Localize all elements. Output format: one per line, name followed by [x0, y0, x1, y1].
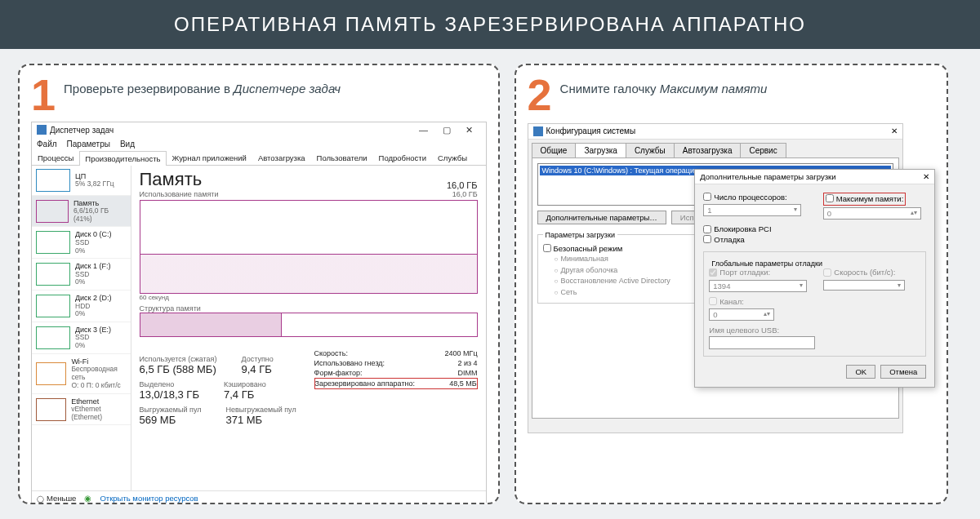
- adv-dialog-close-button[interactable]: ✕: [923, 172, 929, 181]
- msconfig-tabs: Общие Загрузка Службы Автозагрузка Серви…: [528, 140, 902, 157]
- committed-label: Выделено: [140, 380, 199, 388]
- form-label: Форм-фактор:: [314, 369, 363, 377]
- tab-services[interactable]: Службы: [432, 150, 473, 165]
- safe-minimal[interactable]: Минимальная: [555, 254, 670, 265]
- step-1-text-pre: Проверьте резервирование в: [64, 82, 234, 95]
- msc-tab-boot[interactable]: Загрузка: [575, 143, 626, 157]
- paged-label: Выгружаемый пул: [140, 406, 202, 414]
- baudrate-combo[interactable]: ▾: [823, 280, 905, 291]
- form-value: DIMM: [458, 369, 478, 377]
- disk3-mini-chart: [36, 326, 70, 349]
- chevron-down-icon: ▾: [794, 206, 797, 215]
- usb-target-label: Имя целевого USB:: [709, 326, 920, 335]
- ok-button[interactable]: OK: [846, 365, 875, 379]
- sidebar-disk2[interactable]: Диск 2 (D:)HDD0%: [32, 291, 131, 322]
- boot-params-legend: Параметры загрузки: [543, 231, 617, 239]
- tab-users[interactable]: Пользователи: [311, 150, 373, 165]
- adv-dialog-title: Дополнительные параметры загрузки: [700, 172, 835, 181]
- safeboot-checkbox[interactable]: Безопасный режим: [543, 244, 623, 253]
- inuse-value: 6,5 ГБ (588 МБ): [140, 363, 217, 375]
- disk3-pct: 0%: [75, 342, 111, 350]
- disk1-mini-chart: [36, 263, 70, 286]
- reserved-label: Зарезервировано аппаратно:: [315, 379, 415, 388]
- taskmgr-icon: [37, 125, 47, 135]
- maxmem-spinner[interactable]: 0▴▾: [823, 207, 921, 220]
- tab-processes[interactable]: Процессы: [32, 150, 79, 165]
- nonpaged-value: 371 МБ: [225, 414, 296, 426]
- disk1-pct: 0%: [75, 278, 111, 286]
- safe-altshell[interactable]: Другая оболочка: [555, 265, 670, 277]
- tab-performance[interactable]: Производительность: [79, 151, 166, 166]
- msc-tab-services[interactable]: Службы: [626, 143, 675, 157]
- spinner-icon: ▴▾: [764, 310, 770, 319]
- maxmem-checkbox[interactable]: Максимум памяти:: [826, 194, 903, 203]
- memory-heading: Память: [140, 169, 203, 190]
- sidebar-disk3[interactable]: Диск 3 (E:)SSD0%: [32, 322, 131, 354]
- cancel-button[interactable]: Отмена: [880, 365, 926, 379]
- taskmgr-titlebar: Диспетчер задач — ▢ ✕: [32, 122, 486, 138]
- disk2-pct: 0%: [75, 310, 112, 318]
- taskmgr-footer: Меньше ◉ Открыть монитор ресурсов: [32, 490, 486, 504]
- menu-options[interactable]: Параметры: [67, 140, 110, 149]
- sidebar-wifi[interactable]: Wi-FiБеспроводная сетьО: 0 П: 0 кбит/с: [32, 354, 131, 394]
- msc-tab-startup[interactable]: Автозагрузка: [674, 143, 742, 157]
- pcilock-checkbox[interactable]: Блокировка PCI: [703, 224, 771, 233]
- menu-view[interactable]: Вид: [120, 140, 135, 149]
- msconfig-title: Конфигурация системы: [546, 126, 636, 135]
- sidebar-memory[interactable]: Память6,6/16,0 ГБ (41%): [32, 196, 131, 228]
- memory-composition-label: Структура памяти: [140, 304, 478, 313]
- safe-network[interactable]: Сеть: [555, 287, 670, 299]
- committed-value: 13,0/18,3 ГБ: [140, 388, 199, 401]
- maximize-button[interactable]: ▢: [435, 125, 458, 135]
- channel-spinner[interactable]: 0▴▾: [709, 308, 774, 321]
- debug-checkbox[interactable]: Отладка: [703, 235, 745, 244]
- step-1-number: 1: [31, 75, 56, 115]
- debugport-checkbox[interactable]: Порт отладки:: [709, 268, 770, 277]
- sidebar-ethernet[interactable]: EthernetvEthernet (Ethernet): [32, 394, 131, 426]
- step-2-number: 2: [528, 75, 552, 115]
- debugport-combo[interactable]: 1394▾: [709, 280, 807, 292]
- avail-label: Доступно: [242, 355, 274, 363]
- minimize-button[interactable]: —: [412, 125, 435, 135]
- sidebar-disk0[interactable]: Диск 0 (C:)SSD0%: [32, 227, 131, 259]
- msc-tab-tools[interactable]: Сервис: [740, 143, 786, 157]
- msconfig-titlebar: Конфигурация системы ✕: [528, 124, 902, 140]
- taskmgr-title: Диспетчер задач: [50, 126, 114, 135]
- slots-label: Использовано гнезд:: [314, 359, 385, 367]
- fewer-details-button[interactable]: Меньше: [37, 494, 76, 503]
- channel-checkbox[interactable]: Канал:: [709, 297, 744, 306]
- adv-dialog-titlebar: Дополнительные параметры загрузки ✕: [695, 170, 934, 184]
- open-resource-monitor-link[interactable]: Открыть монитор ресурсов: [100, 494, 198, 503]
- msconfig-close-button[interactable]: ✕: [891, 126, 898, 135]
- eth-sub: vEthernet (Ethernet): [71, 406, 126, 422]
- advanced-options-button[interactable]: Дополнительные параметры…: [537, 211, 666, 224]
- numproc-checkbox[interactable]: Число процессоров:: [703, 193, 786, 202]
- usb-target-input[interactable]: [709, 336, 815, 349]
- inuse-label: Используется (сжатая): [140, 355, 217, 363]
- numproc-combo[interactable]: 1▾: [703, 204, 801, 216]
- eth-mini-chart: [36, 398, 66, 421]
- step-2-head: 2 Снимите галочку Максимум памяти: [528, 75, 936, 115]
- sidebar-disk1[interactable]: Диск 1 (F:)SSD0%: [32, 259, 131, 291]
- disk0-mini-chart: [36, 231, 70, 254]
- step-1-head: 1 Проверьте резервирование в Диспетчере …: [31, 75, 487, 115]
- safe-ad-repair[interactable]: Восстановление Active Directory: [555, 276, 670, 287]
- menu-file[interactable]: Файл: [37, 140, 57, 149]
- sidebar-cpu[interactable]: ЦП5% 3,82 ГГц: [32, 166, 131, 196]
- cpu-mini-chart: [36, 169, 70, 192]
- usage-label: Использование памяти: [140, 190, 219, 198]
- cpu-sub: 5% 3,82 ГГц: [75, 180, 114, 189]
- mem-sub: 6,6/16,0 ГБ (41%): [74, 207, 127, 224]
- spinner-icon: ▴▾: [911, 209, 917, 218]
- tab-apphistory[interactable]: Журнал приложений: [167, 150, 252, 165]
- tab-details[interactable]: Подробности: [373, 150, 432, 165]
- taskmgr-window: Диспетчер задач — ▢ ✕ Файл Параметры Вид…: [31, 122, 487, 504]
- step-2-text-pre: Снимите галочку: [560, 82, 660, 95]
- baudrate-checkbox[interactable]: Скорость (бит/с):: [823, 268, 895, 277]
- memory-usage-graph: [140, 200, 478, 294]
- step-2-text-em: Максимум памяти: [660, 82, 768, 95]
- msc-tab-general[interactable]: Общие: [532, 143, 577, 157]
- tab-startup[interactable]: Автозагрузка: [252, 150, 311, 165]
- close-button[interactable]: ✕: [458, 125, 481, 135]
- msconfig-icon: [533, 126, 543, 136]
